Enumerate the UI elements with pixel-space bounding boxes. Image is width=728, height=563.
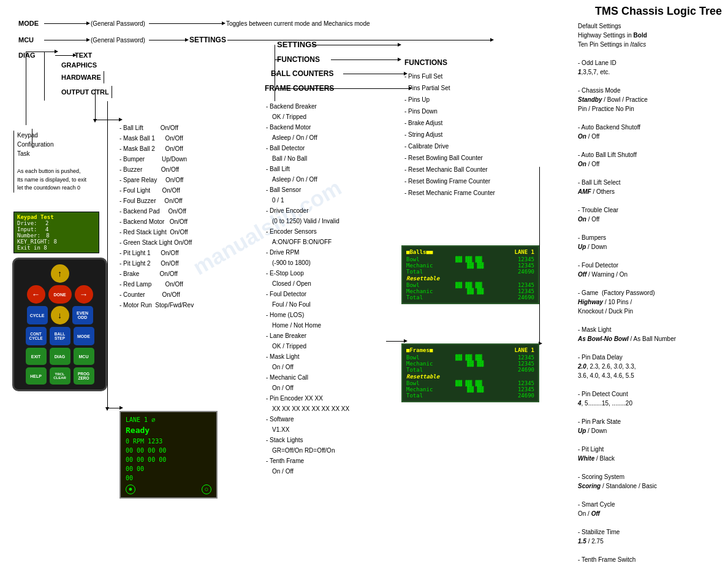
- balls-mech-row: Mechanic ▓▓ ▓▓ 12345: [406, 262, 534, 269]
- functions-h1: FUNCTIONS: [277, 55, 320, 64]
- kp-mcu-btn[interactable]: MCU: [74, 348, 94, 365]
- frames-bowl2-row: Bowl ▓▓ ▓▓ ▓▓ 12345: [406, 380, 534, 386]
- right-col: Default Settings Highway Settings in Bol…: [578, 21, 722, 563]
- kp-contcycle-btn[interactable]: CONT CYCLE: [26, 327, 47, 345]
- frames-total2-val: 24690: [518, 393, 534, 399]
- frames-total2-row: Total 24690: [406, 393, 534, 399]
- c3-swval: V1.XX: [266, 424, 349, 435]
- col2-foulbuzzer: - Foul Buzzer On/Off: [119, 196, 194, 206]
- diag-label: DIAG: [18, 52, 44, 59]
- frames-mech-row: Mechanic ▓▓ ▓▓ 12345: [406, 361, 534, 367]
- col3-list: - Backend Breaker OK / Tripped - Backend…: [266, 101, 349, 477]
- c3-fdval: Foul / No Foul: [266, 299, 349, 310]
- col2-redlamp: - Red Lamp On/Off: [119, 279, 194, 289]
- kp-done-btn[interactable]: DONE: [48, 285, 72, 304]
- balls-bowl-row: Bowl ▓▓ ▓▓ ▓▓ 12345: [406, 256, 534, 262]
- mode-arrow2: [149, 23, 222, 24]
- c3-backendbreaker: - Backend Breaker: [266, 101, 349, 112]
- kp-right-btn[interactable]: →: [75, 285, 93, 304]
- c3-masklight: - Mask Light: [266, 351, 349, 362]
- c3-tfval: On / Off: [266, 466, 349, 477]
- keypad-config-title: Keypad: [17, 131, 88, 140]
- frames-mech2-dots: ▓▓ ▓▓: [467, 386, 483, 393]
- diag-output: OUTPUT CTRL: [61, 88, 109, 96]
- rc-tenthframe: - Tenth Frame SwitchPartial / Full / Off: [578, 555, 722, 563]
- kp-down-btn[interactable]: ↓: [51, 306, 69, 324]
- lane-line1: LANE 1 ∅: [126, 415, 211, 424]
- rc-autobackend: - Auto Backend ShutoffOn / Off: [578, 123, 722, 141]
- mode-row: MODE (General Password) Toggles between …: [18, 20, 370, 27]
- c3-balllift: - Ball Lift: [266, 164, 349, 174]
- hw-vert: [104, 71, 104, 83]
- c3-driverpm: - Drive RPM: [266, 247, 349, 258]
- c3-lbval: OK / Tripped: [266, 341, 349, 351]
- rc-scoringsys: - Scoring SystemScoring / Standalone / B…: [578, 472, 722, 491]
- col2-list: - Ball Lift On/Off - Mask Ball 1 On/Off …: [119, 123, 194, 310]
- c3-homeval: Home / Not Home: [266, 320, 349, 331]
- diag-items: TEXT GRAPHICS HARDWARE OUTPUT CTRL: [55, 52, 112, 98]
- frames-total-val: 24690: [518, 367, 534, 373]
- balls-bowl-label: Bowl: [406, 256, 420, 262]
- col2-sparerelay: - Spare Relay On/Off: [119, 175, 194, 185]
- mcu-label: MCU: [18, 36, 44, 44]
- c3-home: - Home (LOS): [266, 310, 349, 320]
- rc-fouldetector: - Foul DetectorOff / Warning / On: [578, 261, 722, 279]
- frames-lcd: ■Frames■ LANE 1 Bowl ▓▓ ▓▓ ▓▓ 12345 Mech…: [401, 343, 539, 402]
- kp-ballstep-btn[interactable]: BALL STEP: [50, 327, 70, 345]
- balls-total-row: Total 24690: [406, 269, 534, 275]
- mode-arrow1: [44, 23, 87, 24]
- kp-progzero-btn[interactable]: PROG ZERO: [74, 367, 94, 385]
- col4-functions-h: FUNCTIONS: [404, 58, 447, 67]
- frames-mech2-val: 12345: [518, 386, 534, 393]
- balls-mech2-label: Mechanic: [406, 288, 433, 294]
- kp-exit-btn[interactable]: EXIT: [26, 348, 47, 365]
- c4-pinsfull: - Pins Full Set: [404, 71, 495, 82]
- c4-pinspartial: - Pins Partial Set: [404, 82, 495, 94]
- diag-row: DIAG: [18, 52, 44, 59]
- balls-mech2-dots: ▓▓ ▓▓: [467, 288, 483, 294]
- mode-label: MODE: [18, 20, 44, 27]
- col2-brake: - Brake On/Off: [119, 269, 194, 279]
- c3-drval: (-900 to 1800): [266, 258, 349, 268]
- c3-peval: XX XX XX XX XX XX XX XX: [266, 404, 349, 414]
- c4-caldrive: - Calibrate Drive: [404, 140, 495, 152]
- rc-smartcycle: - Smart CycleOn / Off: [578, 500, 722, 518]
- rc-game: - Game (Factory Password)Highway / 10 Pi…: [578, 288, 722, 316]
- lane-l4: 00 00 00 00: [126, 446, 211, 455]
- frames-bowl-label: Bowl: [406, 354, 420, 361]
- frames-total-label: Total: [406, 367, 423, 373]
- lane-icon-left: ●: [126, 484, 135, 494]
- rc-pindatadelay: - Pin Data Delay2.0, 2.3, 2.6, 3.0, 3.3,…: [578, 353, 722, 380]
- settings-arrow: [227, 40, 491, 40]
- kp-trclclear-btn[interactable]: TRCL CLEAR: [50, 367, 70, 385]
- c4-stringadj: - String Adjust: [404, 129, 495, 140]
- c4-pinsdown: - Pins Down: [404, 105, 495, 117]
- mode-desc: Toggles between current mode and Mechani…: [226, 20, 370, 27]
- func-hline: [275, 59, 281, 60]
- rc-intro1: Default Settings: [578, 21, 722, 31]
- kp-left-btn[interactable]: ←: [27, 285, 45, 304]
- kp-diag-btn[interactable]: DIAG: [50, 348, 70, 365]
- col2-maskball2: - Mask Ball 2 On/Off: [119, 144, 194, 154]
- c3-esval: A:ON/OFF B:ON/OFF: [266, 237, 349, 247]
- col2-greenstack: - Green Stack Light On/Off: [119, 237, 194, 248]
- frames-bowl2-val: 12345: [518, 380, 534, 386]
- col2-backendpad: - Backend Pad On/Off: [119, 206, 194, 216]
- frames-bowl-dots: ▓▓ ▓▓ ▓▓: [455, 354, 482, 361]
- keypad-config-subtitle: Configuration: [17, 140, 88, 149]
- kp-mode-btn[interactable]: MODE: [74, 327, 94, 345]
- diag-hardware: HARDWARE: [61, 74, 101, 81]
- balls-bowl2-label: Bowl: [406, 282, 420, 288]
- kp-up-btn[interactable]: ↑: [51, 264, 69, 283]
- kp-cycle-btn[interactable]: CYCLE: [27, 306, 48, 324]
- kp-evenodd-btn[interactable]: EVEN ODD: [72, 306, 93, 324]
- lane-l6: 00 00: [126, 464, 211, 473]
- balls-mech2-val: 12345: [518, 288, 534, 294]
- rc-bumpers: - BumpersUp / Down: [578, 233, 722, 251]
- balls-bowl2-row: Bowl ▓▓ ▓▓ ▓▓ 12345: [406, 282, 534, 288]
- c3-mcval: On / Off: [266, 383, 349, 393]
- rc-autoballlift: - Auto Ball Lift ShutoffOn / Off: [578, 150, 722, 169]
- balls-bowl-val: 12345: [518, 256, 534, 262]
- c3-ballsensor: - Ball Sensor: [266, 185, 349, 195]
- kp-help-btn[interactable]: HELP: [26, 367, 47, 385]
